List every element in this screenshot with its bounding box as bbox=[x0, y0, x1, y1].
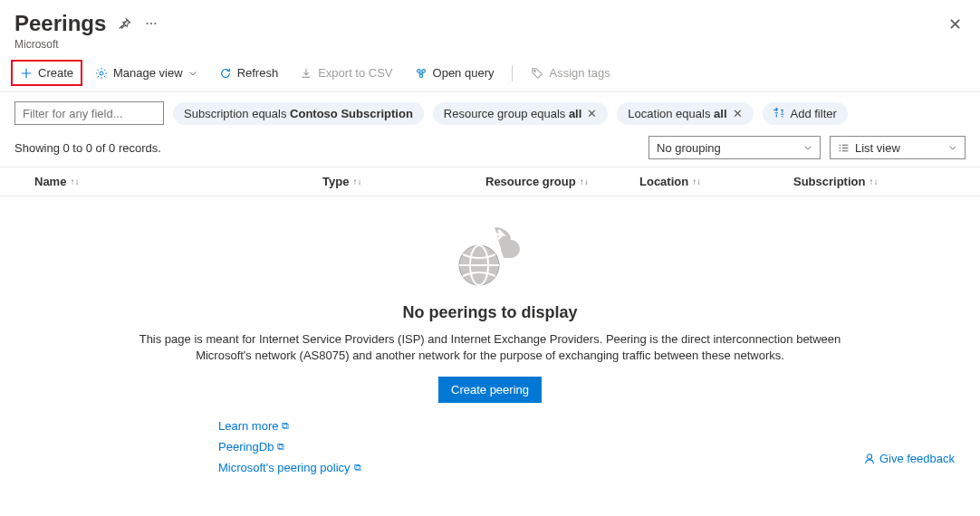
column-resource-group[interactable]: Resource group↑↓ bbox=[485, 175, 639, 188]
empty-state: No peerings to display This page is mean… bbox=[0, 196, 980, 474]
manage-view-label: Manage view bbox=[113, 66, 183, 80]
subscription-filter-pill[interactable]: Subscription equals Contoso Subscription bbox=[173, 102, 424, 125]
svg-point-5 bbox=[421, 69, 425, 72]
pin-icon[interactable] bbox=[115, 14, 133, 33]
record-count: Showing 0 to 0 of 0 records. bbox=[14, 141, 161, 155]
view-dropdown[interactable]: List view bbox=[830, 136, 966, 159]
download-icon bbox=[300, 67, 312, 80]
svg-point-13 bbox=[867, 454, 871, 458]
resource-group-filter-pill[interactable]: Resource group equals all ✕ bbox=[433, 102, 609, 125]
column-location[interactable]: Location↑↓ bbox=[639, 175, 793, 188]
close-icon[interactable]: ✕ bbox=[587, 107, 597, 120]
empty-title: No peerings to display bbox=[402, 303, 577, 322]
list-icon bbox=[838, 142, 850, 154]
sort-icon: ↑↓ bbox=[70, 177, 79, 186]
add-filter-button[interactable]: Add filter bbox=[763, 102, 848, 125]
sort-icon: ↑↓ bbox=[692, 177, 701, 186]
svg-point-6 bbox=[419, 73, 423, 77]
svg-point-8 bbox=[501, 240, 519, 258]
create-button[interactable]: Create bbox=[11, 60, 82, 86]
svg-point-2 bbox=[155, 23, 157, 24]
create-label: Create bbox=[38, 66, 73, 80]
export-csv-label: Export to CSV bbox=[318, 66, 392, 80]
external-link-icon: ⧉ bbox=[354, 462, 361, 473]
open-query-label: Open query bbox=[433, 66, 495, 80]
assign-tags-button: Assign tags bbox=[522, 60, 619, 86]
table-header: Name↑↓ Type↑↓ Resource group↑↓ Location↑… bbox=[0, 167, 980, 196]
column-name[interactable]: Name↑↓ bbox=[14, 175, 322, 188]
chevron-down-icon bbox=[803, 143, 812, 152]
pill-value: all bbox=[569, 107, 581, 120]
feedback-icon bbox=[863, 453, 876, 465]
refresh-button[interactable]: Refresh bbox=[210, 60, 288, 86]
sort-icon: ↑↓ bbox=[580, 177, 589, 186]
sort-icon: ↑↓ bbox=[352, 177, 361, 186]
column-type[interactable]: Type↑↓ bbox=[322, 175, 485, 188]
manage-view-button[interactable]: Manage view bbox=[86, 60, 207, 86]
svg-point-7 bbox=[534, 70, 536, 72]
query-icon bbox=[415, 67, 428, 80]
page-title: Peerings bbox=[14, 11, 106, 36]
svg-point-4 bbox=[417, 69, 420, 72]
gear-icon bbox=[95, 67, 108, 80]
location-filter-pill[interactable]: Location equals all ✕ bbox=[617, 102, 753, 125]
svg-point-0 bbox=[147, 23, 149, 24]
assign-tags-label: Assign tags bbox=[549, 66, 610, 80]
peeringdb-link[interactable]: PeeringDb⧉ bbox=[218, 440, 361, 454]
tag-icon bbox=[531, 67, 543, 80]
toolbar-separator bbox=[512, 65, 513, 81]
svg-point-3 bbox=[100, 71, 103, 74]
chevron-down-icon bbox=[188, 69, 197, 78]
toolbar: Create Manage view Refresh Export to CSV… bbox=[0, 54, 980, 92]
empty-graphic-icon bbox=[445, 218, 535, 291]
pill-prefix: Location equals bbox=[628, 107, 714, 120]
plus-icon bbox=[20, 67, 33, 80]
svg-point-1 bbox=[150, 23, 152, 24]
open-query-button[interactable]: Open query bbox=[406, 60, 504, 86]
filter-row: Subscription equals Contoso Subscription… bbox=[0, 92, 980, 132]
external-link-icon: ⧉ bbox=[282, 420, 289, 432]
grouping-value: No grouping bbox=[657, 141, 721, 155]
external-link-icon: ⧉ bbox=[277, 441, 284, 453]
pill-value: Contoso Subscription bbox=[290, 107, 413, 120]
view-value: List view bbox=[855, 141, 900, 155]
add-filter-label: Add filter bbox=[791, 107, 837, 120]
peering-policy-link[interactable]: Microsoft's peering policy⧉ bbox=[218, 461, 361, 474]
empty-description: This page is meant for Internet Service … bbox=[119, 331, 861, 364]
refresh-label: Refresh bbox=[237, 66, 279, 80]
create-peering-button[interactable]: Create peering bbox=[438, 377, 542, 403]
close-icon[interactable]: ✕ bbox=[733, 107, 743, 120]
more-icon[interactable] bbox=[142, 14, 160, 33]
page-header: Peerings Microsoft ✕ bbox=[0, 0, 980, 54]
give-feedback-link[interactable]: Give feedback bbox=[863, 452, 955, 465]
add-filter-icon bbox=[773, 108, 785, 119]
grouping-dropdown[interactable]: No grouping bbox=[649, 136, 821, 159]
status-row: Showing 0 to 0 of 0 records. No grouping… bbox=[0, 132, 980, 167]
pill-prefix: Subscription equals bbox=[184, 107, 290, 120]
pill-value: all bbox=[714, 107, 726, 120]
column-subscription[interactable]: Subscription↑↓ bbox=[793, 175, 966, 188]
filter-input[interactable] bbox=[14, 101, 164, 125]
pill-prefix: Resource group equals bbox=[444, 107, 569, 120]
feedback-label: Give feedback bbox=[879, 452, 955, 465]
page-subtitle: Microsoft bbox=[14, 38, 160, 51]
learn-more-link[interactable]: Learn more⧉ bbox=[218, 419, 361, 433]
sort-icon: ↑↓ bbox=[869, 177, 878, 186]
close-icon[interactable]: ✕ bbox=[945, 11, 966, 38]
export-csv-button: Export to CSV bbox=[291, 60, 401, 86]
refresh-icon bbox=[219, 67, 232, 80]
chevron-down-icon bbox=[948, 143, 957, 152]
